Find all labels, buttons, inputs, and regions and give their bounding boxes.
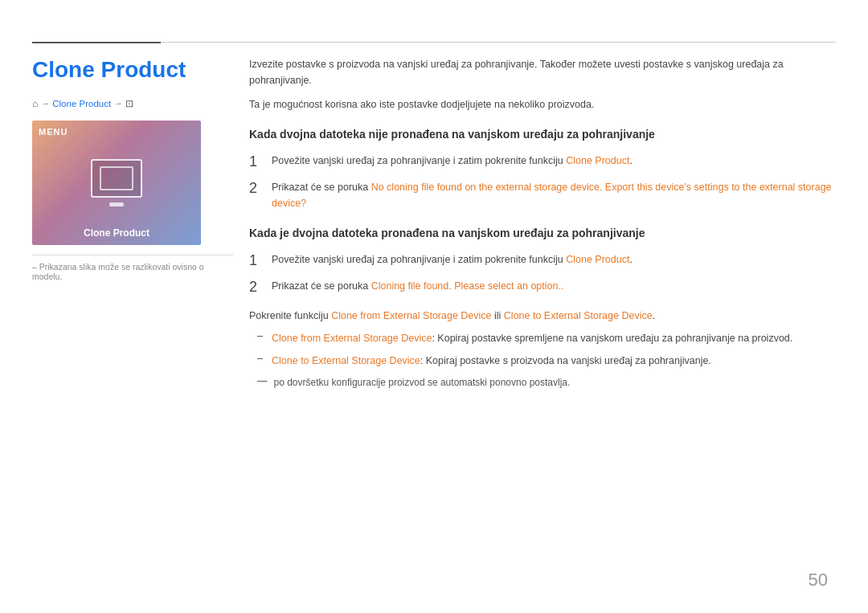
image-caption: Prikazana slika može se razlikovati ovis… (32, 255, 233, 281)
note-text: po dovršetku konfiguracije proizvod se a… (274, 375, 571, 390)
item2-text: Prikazat će se poruka No cloning file fo… (272, 179, 836, 211)
s2-item2-text: Prikazat će se poruka Cloning file found… (272, 278, 836, 294)
sub-intro-after: . (653, 310, 655, 321)
bullet1-content: : Kopiraj postavke spremljene na vanjsko… (432, 333, 792, 344)
item1-clone-link[interactable]: Clone Product (566, 155, 629, 166)
section2-heading: Kada je dvojna datoteka pronađena na van… (249, 226, 836, 242)
item1-text-after: . (629, 155, 632, 166)
section1-item2: 2 Prikazat će se poruka No cloning file … (249, 179, 836, 211)
intro-text-2: Ta je mogućnost korisna ako iste postavk… (249, 96, 836, 112)
s2-item1-text: Povežite vanjski uređaj za pohranjivanje… (272, 251, 836, 268)
s2-item1-text-after: . (629, 254, 632, 265)
breadcrumb-arrow2: → (114, 99, 122, 108)
bullet-item-1: – Clone from External Storage Device: Ko… (249, 330, 836, 346)
bullet1-link[interactable]: Clone from External Storage Device (272, 333, 432, 344)
section1-heading: Kada dvojna datoteka nije pronađena na v… (249, 127, 836, 143)
tv-icon (91, 159, 142, 206)
item2-text-before: Prikazat će se poruka (272, 182, 371, 193)
breadcrumb-arrow1: → (41, 99, 49, 108)
bullet2-text: Clone to External Storage Device: Kopira… (272, 353, 711, 369)
top-accent-line (32, 42, 161, 43)
right-column: Izvezite postavke s proizvoda na vanjski… (249, 56, 836, 390)
breadcrumb-icon: ⊡ (125, 98, 133, 109)
page-title: Clone Product (32, 56, 233, 84)
bullet2-dash: – (257, 353, 265, 369)
section1-item1: 1 Povežite vanjski uređaj za pohranjivan… (249, 153, 836, 171)
tv-frame (91, 159, 142, 198)
tv-stand (109, 202, 124, 206)
item1-text-before: Povežite vanjski uređaj za pohranjivanje… (272, 155, 566, 166)
note-dash: — (257, 375, 268, 390)
product-image-bg: MENU (32, 121, 201, 245)
sub-middle: ili (492, 310, 504, 321)
bullet2-link[interactable]: Clone to External Storage Device (272, 355, 420, 366)
bullet2-content: : Kopiraj postavke s proizvoda na vanjsk… (420, 355, 711, 366)
breadcrumb: ⌂ → Clone Product → ⊡ (32, 98, 233, 109)
left-column: Clone Product ⌂ → Clone Product → ⊡ MENU… (32, 56, 233, 281)
tv-inner (100, 166, 133, 190)
sub-link2[interactable]: Clone to External Storage Device (504, 310, 653, 321)
intro-text-1: Izvezite postavke s proizvoda na vanjski… (249, 56, 836, 88)
s2-item2-orange-text: Cloning file found. Please select an opt… (371, 280, 564, 292)
s2-item2-num: 2 (249, 278, 264, 296)
home-icon: ⌂ (32, 98, 38, 109)
s2-item1-clone-link[interactable]: Clone Product (566, 254, 629, 265)
section2-item2: 2 Prikazat će se poruka Cloning file fou… (249, 278, 836, 296)
item1-num: 1 (249, 153, 264, 171)
sub-section: Pokrenite funkciju Clone from External S… (249, 308, 836, 390)
note-item: — po dovršetku konfiguracije proizvod se… (249, 375, 836, 390)
bullet1-dash: – (257, 330, 265, 346)
s2-item1-text-before: Povežite vanjski uređaj za pohranjivanje… (272, 254, 566, 265)
item1-text: Povežite vanjski uređaj za pohranjivanje… (272, 153, 836, 169)
product-image: MENU Clone Product (32, 121, 201, 245)
bullet-item-2: – Clone to External Storage Device: Kopi… (249, 353, 836, 369)
sub-link1[interactable]: Clone from External Storage Device (331, 310, 491, 321)
item2-num: 2 (249, 179, 264, 198)
clone-product-image-label: Clone Product (32, 227, 201, 239)
sub-intro-before: Pokrenite funkciju (249, 310, 331, 321)
page-number: 50 (809, 570, 828, 591)
s2-item2-text-before: Prikazat će se poruka (272, 280, 371, 292)
breadcrumb-link[interactable]: Clone Product (52, 99, 111, 108)
menu-label: MENU (39, 127, 68, 137)
sub-intro-text: Pokrenite funkciju Clone from External S… (249, 308, 836, 324)
bullet1-text: Clone from External Storage Device: Kopi… (272, 330, 792, 346)
s2-item1-num: 1 (249, 251, 264, 270)
section2-item1: 1 Povežite vanjski uređaj za pohranjivan… (249, 251, 836, 270)
